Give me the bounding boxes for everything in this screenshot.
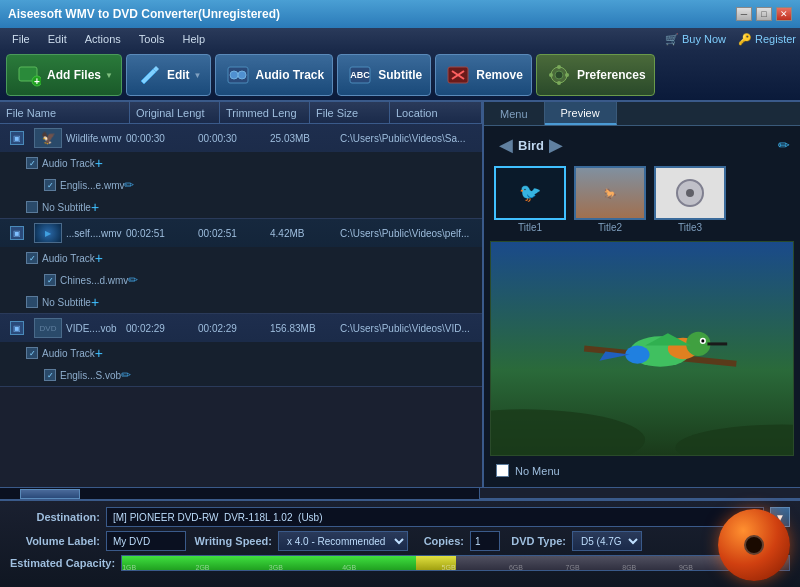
- volume-label: Volume Label:: [10, 535, 100, 547]
- preview-thumb-2[interactable]: 🐎 Title2: [574, 166, 646, 233]
- thumb-label-1: Title1: [518, 222, 542, 233]
- edit-dropdown-icon[interactable]: ▼: [194, 71, 202, 80]
- loc-2: C:\Users\Public\Videos\pelf...: [336, 228, 482, 239]
- audio-track-button[interactable]: Audio Track: [215, 54, 334, 96]
- audio-check-1[interactable]: ✓: [26, 157, 38, 169]
- preview-thumb-img-3[interactable]: [654, 166, 726, 220]
- svg-point-5: [238, 71, 246, 79]
- no-menu-row: No Menu: [490, 460, 794, 481]
- table-row: ▣ ▶ ...self....wmv 00:02:51 00:02:51 4.4…: [0, 219, 482, 314]
- col-header-orig: Original Lengt: [130, 102, 220, 123]
- add-files-dropdown-icon[interactable]: ▼: [105, 71, 113, 80]
- volume-input[interactable]: [106, 531, 186, 551]
- nav-next-arrow[interactable]: ▶: [544, 134, 568, 156]
- add-sub-2[interactable]: +: [91, 294, 99, 310]
- svg-text:+: +: [34, 76, 40, 87]
- audio-file-row-3: ✓ Englis...S.vob ✏: [20, 364, 482, 386]
- audio-check-3[interactable]: ✓: [26, 347, 38, 359]
- audio-label-1: Audio Track: [42, 158, 95, 169]
- preferences-button[interactable]: Preferences: [536, 54, 655, 96]
- capacity-bar: 1GB 2GB 3GB 4GB 5GB 6GB 7GB 8GB 9GB: [121, 555, 790, 571]
- svg-point-4: [230, 71, 238, 79]
- sub-section-1: ✓ Audio Track + ✓ Englis...e.wmv ✏ No Su…: [0, 152, 482, 218]
- audio-check-2[interactable]: ✓: [26, 252, 38, 264]
- add-files-label: Add Files: [47, 68, 101, 82]
- edit-audio-1[interactable]: ✏: [124, 178, 134, 192]
- subtitle-button[interactable]: ABC Subtitle: [337, 54, 431, 96]
- file-row-main-2[interactable]: ▣ ▶ ...self....wmv 00:02:51 00:02:51 4.4…: [0, 219, 482, 247]
- file-list: ▣ 🦅 Wildlife.wmv 00:00:30 00:00:30 25.03…: [0, 124, 482, 487]
- svg-point-15: [549, 73, 553, 77]
- buy-now-link[interactable]: 🛒 Buy Now: [665, 33, 726, 46]
- preview-tabs: Menu Preview: [484, 102, 800, 126]
- no-menu-label: No Menu: [515, 465, 560, 477]
- preview-thumb-img-2[interactable]: 🐎: [574, 166, 646, 220]
- bird-thumb-content: 🐦: [519, 182, 541, 204]
- add-sub-1[interactable]: +: [91, 199, 99, 215]
- nav-prev-arrow[interactable]: ◀: [494, 134, 518, 156]
- file-row-main-3[interactable]: ▣ DVD VIDE....vob 00:02:29 00:02:29 156.…: [0, 314, 482, 342]
- trim-1: 00:00:30: [194, 133, 266, 144]
- audio-file-check-1[interactable]: ✓: [44, 179, 56, 191]
- tab-menu[interactable]: Menu: [484, 102, 545, 125]
- audio-file-label-2: Chines...d.wmv: [60, 275, 128, 286]
- filename-2: ...self....wmv: [62, 228, 122, 239]
- tab-preview[interactable]: Preview: [545, 102, 617, 125]
- add-audio-3[interactable]: +: [95, 345, 103, 361]
- table-row: ▣ DVD VIDE....vob 00:02:29 00:02:29 156.…: [0, 314, 482, 387]
- subtitle-label: Subtitle: [378, 68, 422, 82]
- subtitle-icon: ABC: [346, 61, 374, 89]
- audio-track-row-3: ✓ Audio Track +: [20, 342, 482, 364]
- no-menu-checkbox[interactable]: [496, 464, 509, 477]
- sub-check-1[interactable]: [26, 201, 38, 213]
- sub-section-2: ✓ Audio Track + ✓ Chines...d.wmv ✏ No Su…: [0, 247, 482, 313]
- add-files-button[interactable]: + Add Files ▼: [6, 54, 122, 96]
- menu-help[interactable]: Help: [174, 31, 213, 47]
- preview-thumb-3[interactable]: Title3: [654, 166, 726, 233]
- col-header-loc: Location: [390, 102, 482, 123]
- preview-thumb-img-1[interactable]: 🐦: [494, 166, 566, 220]
- add-audio-1[interactable]: +: [95, 155, 103, 171]
- dvd-burn-icon[interactable]: [718, 509, 790, 581]
- audio-file-row-2: ✓ Chines...d.wmv ✏: [20, 269, 482, 291]
- edit-button[interactable]: Edit ▼: [126, 54, 211, 96]
- menu-tools[interactable]: Tools: [131, 31, 173, 47]
- scrollbar-thumb[interactable]: [20, 489, 80, 499]
- loc-1: C:\Users\Public\Videos\Sa...: [336, 133, 482, 144]
- file-list-header: File Name Original Lengt Trimmed Leng Fi…: [0, 102, 482, 124]
- audio-file-check-3[interactable]: ✓: [44, 369, 56, 381]
- close-button[interactable]: ✕: [776, 7, 792, 21]
- destination-input[interactable]: [106, 507, 764, 527]
- remove-button[interactable]: Remove: [435, 54, 532, 96]
- audio-file-check-2[interactable]: ✓: [44, 274, 56, 286]
- filename-1: Wildlife.wmv: [62, 133, 122, 144]
- menu-edit[interactable]: Edit: [40, 31, 75, 47]
- titlebar: Aiseesoft WMV to DVD Converter(Unregiste…: [0, 0, 800, 28]
- nav-edit-icon[interactable]: ✏: [778, 137, 790, 153]
- menu-actions[interactable]: Actions: [77, 31, 129, 47]
- svg-point-13: [557, 65, 561, 69]
- subtitle-label-2: No Subtitle: [42, 297, 91, 308]
- register-link[interactable]: 🔑 Register: [738, 33, 796, 46]
- file-row-main-1[interactable]: ▣ 🦅 Wildlife.wmv 00:00:30 00:00:30 25.03…: [0, 124, 482, 152]
- minimize-button[interactable]: ─: [736, 7, 752, 21]
- copies-input[interactable]: [470, 531, 500, 551]
- preview-thumb-1[interactable]: 🐦 Title1: [494, 166, 566, 233]
- app-title: Aiseesoft WMV to DVD Converter(Unregiste…: [8, 7, 280, 21]
- scrollbar-row: [0, 487, 800, 499]
- edit-label: Edit: [167, 68, 190, 82]
- sub-check-2[interactable]: [26, 296, 38, 308]
- row-icon-1: ▣: [0, 131, 34, 145]
- maximize-button[interactable]: □: [756, 7, 772, 21]
- menu-file[interactable]: File: [4, 31, 38, 47]
- trim-3: 00:02:29: [194, 323, 266, 334]
- thumb-label-2: Title2: [598, 222, 622, 233]
- add-audio-2[interactable]: +: [95, 250, 103, 266]
- dvd-type-select[interactable]: D5 (4.7G): [572, 531, 642, 551]
- svg-text:ABC: ABC: [350, 70, 370, 80]
- subtitle-row-1: No Subtitle +: [20, 196, 482, 218]
- edit-audio-3[interactable]: ✏: [121, 368, 131, 382]
- edit-audio-2[interactable]: ✏: [128, 273, 138, 287]
- audio-label-2: Audio Track: [42, 253, 95, 264]
- writing-speed-select[interactable]: x 4.0 - Recommended: [278, 531, 408, 551]
